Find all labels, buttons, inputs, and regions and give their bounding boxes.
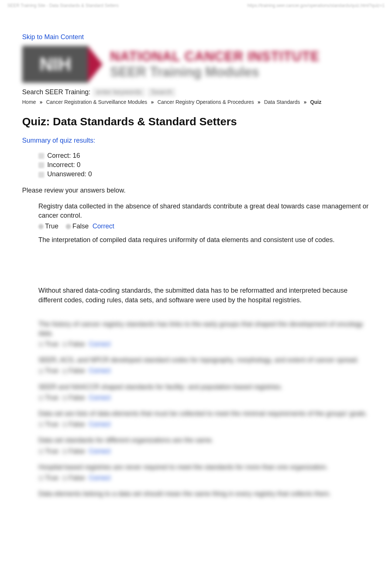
question-text: Registry data collected in the absence o… (38, 202, 370, 220)
question-10: Data elements belong to a data set shoul… (38, 489, 370, 499)
bullet-icon (38, 172, 44, 178)
option-false[interactable]: False (72, 222, 89, 230)
nih-logo: NIH (22, 46, 89, 83)
header-meta: SEER Training Site - Data Standards & St… (0, 0, 392, 11)
banner-org: NATIONAL CANCER INSTITUTE (110, 49, 320, 64)
page-title: Quiz: Data Standards & Standard Setters (22, 115, 370, 128)
page-content: Skip to Main Content NIH NATIONAL CANCER… (0, 11, 392, 520)
question-4: The history of cancer registry standards… (38, 320, 370, 349)
question-3: Without shared data-coding standards, th… (38, 286, 370, 304)
crumb-3[interactable]: Data Standards (264, 99, 300, 105)
crumb-home[interactable]: Home (22, 99, 36, 105)
crumb-2[interactable]: Cancer Registry Operations & Procedures (157, 99, 254, 105)
crumb-1[interactable]: Cancer Registration & Surveillance Modul… (46, 99, 147, 105)
header-left: SEER Training Site - Data Standards & St… (7, 3, 119, 8)
radio-icon[interactable] (38, 342, 44, 347)
breadcrumb: Home » Cancer Registration & Surveillanc… (22, 99, 370, 105)
radio-icon[interactable] (62, 395, 67, 401)
question-text: SEER and NAACCR shaped standards for fac… (38, 382, 370, 392)
question-text: Data set are lists of data elements that… (38, 409, 370, 418)
summary-unanswered: Unanswered: 0 (38, 170, 370, 179)
chevron-right-icon: » (151, 99, 154, 105)
question-text: Data set standards for different organiz… (38, 436, 370, 445)
radio-icon[interactable] (38, 422, 44, 427)
question-text: Hospital-based registries are never requ… (38, 463, 370, 472)
blurred-section: The history of cancer registry standards… (38, 320, 370, 499)
question-2: The interpretation of compiled data requ… (38, 235, 370, 245)
question-text: Without shared data-coding standards, th… (38, 286, 370, 304)
question-8: Data set standards for different organiz… (38, 436, 370, 456)
summary-list: Correct: 16 Incorrect: 0 Unanswered: 0 (38, 151, 370, 179)
radio-icon[interactable] (62, 449, 67, 454)
radio-icon[interactable] (38, 224, 44, 229)
radio-icon[interactable] (62, 342, 67, 347)
bullet-icon (38, 162, 44, 168)
banner-text: NATIONAL CANCER INSTITUTE SEER Training … (103, 49, 320, 80)
question-text: The history of cancer registry standards… (38, 320, 370, 338)
question-7: Data set are lists of data elements that… (38, 409, 370, 429)
site-banner: NIH NATIONAL CANCER INSTITUTE SEER Train… (22, 44, 370, 85)
radio-icon[interactable] (38, 449, 44, 454)
radio-icon[interactable] (62, 422, 67, 427)
question-1: Registry data collected in the absence o… (38, 202, 370, 231)
radio-icon[interactable] (38, 395, 44, 401)
radio-icon[interactable] (62, 476, 67, 481)
answer-row: True False Correct (38, 222, 370, 231)
question-text: Data elements belong to a data set shoul… (38, 489, 370, 499)
chevron-right-icon: » (39, 99, 42, 105)
banner-site: SEER Training Modules (110, 64, 320, 80)
question-6: SEER and NAACCR shaped standards for fac… (38, 382, 370, 402)
questions-list: Registry data collected in the absence o… (38, 202, 370, 499)
radio-icon[interactable] (62, 369, 67, 374)
question-5: SEER, ACS, and NPCR developed standard c… (38, 355, 370, 375)
search-input[interactable]: enter keywords (93, 88, 145, 97)
correct-label: Correct (92, 222, 114, 230)
search-label: Search SEER Training: (22, 88, 90, 96)
summary-incorrect: Incorrect: 0 (38, 160, 370, 170)
header-right: https://training.seer.cancer.gov/operati… (247, 3, 385, 8)
radio-icon[interactable] (66, 224, 71, 229)
skip-link[interactable]: Skip to Main Content (22, 33, 84, 41)
radio-icon[interactable] (38, 369, 44, 374)
radio-icon[interactable] (38, 476, 44, 481)
chevron-right-icon: » (258, 99, 261, 105)
summary-heading: Summary of quiz results: (22, 137, 370, 144)
question-text: The interpretation of compiled data requ… (38, 235, 370, 245)
review-instruction: Please review your answers below. (22, 187, 370, 194)
crumb-current: Quiz (310, 99, 321, 105)
chevron-right-icon: » (304, 99, 307, 105)
search-bar: Search SEER Training: enter keywords Sea… (22, 88, 370, 97)
question-text: SEER, ACS, and NPCR developed standard c… (38, 355, 370, 365)
bullet-icon (38, 153, 44, 159)
chevron-icon (88, 46, 103, 83)
search-button[interactable]: Search (147, 88, 176, 97)
option-true[interactable]: True (45, 222, 58, 230)
summary-correct: Correct: 16 (38, 151, 370, 160)
question-9: Hospital-based registries are never requ… (38, 463, 370, 483)
